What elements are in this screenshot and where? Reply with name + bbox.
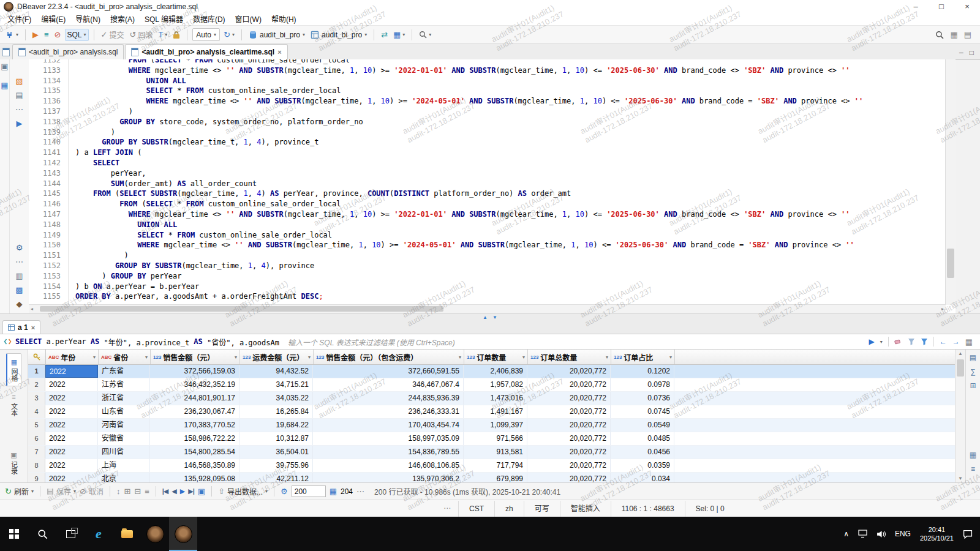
panels-button[interactable]: ▦ ▾ <box>391 29 407 40</box>
taskbar-search-button[interactable] <box>28 517 56 551</box>
row-number[interactable]: 6 <box>28 432 45 445</box>
table-row[interactable]: 82022上海146,568,350.8939,755.96146,608,10… <box>28 459 956 473</box>
grid-cell[interactable]: 2022 <box>45 446 98 459</box>
scroll-down-icon[interactable]: ▼ <box>956 476 965 481</box>
calc-panel-icon[interactable]: ∑ <box>970 367 976 376</box>
tray-clock[interactable]: 20:41 2025/10/21 <box>920 525 954 542</box>
apply-filter-icon[interactable]: ▶ <box>869 337 874 346</box>
scroll-right-icon[interactable]: ▸ <box>941 305 944 313</box>
history-forward-icon[interactable]: → <box>952 337 960 346</box>
menu-item[interactable]: SQL 编辑器 <box>140 13 188 26</box>
column-menu-icon[interactable]: ▾ <box>235 354 237 360</box>
grid-cell[interactable]: 上海 <box>98 459 150 472</box>
grid-cell[interactable]: 346,467,067.4 <box>313 378 464 391</box>
grid-cell[interactable]: 20,020,772 <box>527 392 611 405</box>
minimize-view-icon[interactable]: – <box>959 48 963 57</box>
grid-cell[interactable]: 20,020,772 <box>527 405 611 418</box>
new-connection-button[interactable]: ▾ <box>4 29 20 40</box>
delete-row-icon[interactable]: ⊟ <box>134 487 141 495</box>
grid-cell[interactable]: 236,246,333.31 <box>313 405 464 418</box>
fetch-settings-gear-icon[interactable]: ⚙ <box>281 487 288 495</box>
row-number[interactable]: 8 <box>28 459 45 472</box>
explain-plan-button[interactable]: ⊘ <box>53 29 63 40</box>
code-line[interactable]: GROUP BY SUBSTR(mgclear_time, 1, 4), pro… <box>69 261 946 271</box>
connection-selector[interactable]: audit_bi_pro ▾ <box>247 31 307 39</box>
grid-cell[interactable]: 19,684.22 <box>239 419 313 432</box>
menu-item[interactable]: 数据库(D) <box>188 13 230 26</box>
code-line[interactable]: SELECT <box>69 158 946 168</box>
value-panel-icon[interactable]: ▤ <box>970 353 976 362</box>
transaction-mode-button[interactable]: T ▾ <box>156 29 169 40</box>
grid-cell[interactable]: 2022 <box>45 473 98 482</box>
code-line[interactable]: SUM(order_amt) AS all_order_count <box>69 179 946 189</box>
menu-item[interactable]: 导航(N) <box>70 13 105 26</box>
menu-item[interactable]: 编辑(E) <box>36 13 70 26</box>
row-number[interactable]: 4 <box>28 405 45 418</box>
edit-filter-icon[interactable] <box>908 338 915 345</box>
column-menu-icon[interactable]: ▾ <box>669 354 672 360</box>
grid-cell[interactable]: 0.1202 <box>611 365 674 378</box>
execute-script-button[interactable]: ≡ <box>42 29 51 40</box>
grid-cell[interactable]: 971,566 <box>464 432 527 445</box>
nav-first-icon[interactable]: |◀ <box>162 487 168 495</box>
row-number[interactable]: 3 <box>28 392 45 405</box>
column-menu-icon[interactable]: ▾ <box>93 354 96 360</box>
more-icon[interactable]: ⋯ <box>15 257 23 266</box>
grid-cell[interactable]: 2022 <box>45 405 98 418</box>
code-line[interactable]: GROUP BY SUBSTR(mgclear_time_t, 1, 4), p… <box>69 137 946 148</box>
cancel-button[interactable]: ⊘ 取消 <box>80 486 104 497</box>
grid-cell[interactable]: 2,406,839 <box>464 365 527 378</box>
splitter-up-icon[interactable]: ▲ <box>483 315 488 321</box>
data-grid[interactable]: ABC年份▾ABC省份▾123销售金额（元）▾123运费金额（元）▾123销售金… <box>28 350 956 482</box>
maximize-button[interactable]: □ <box>929 0 954 13</box>
file-explorer-button[interactable] <box>113 517 141 551</box>
code-line[interactable]: WHERE mgclear_time <> '' AND SUBSTR(mgcl… <box>69 240 946 250</box>
grid-cell[interactable]: 0.0485 <box>611 432 674 445</box>
grid-cell[interactable]: 2022 <box>45 378 98 391</box>
table-row[interactable]: 62022安徽省158,986,722.2210,312.87158,997,0… <box>28 432 956 446</box>
grid-cell[interactable]: 154,836,789.55 <box>313 446 464 459</box>
fetch-all-icon[interactable]: ▣ <box>198 487 205 495</box>
menu-item[interactable]: 帮助(H) <box>266 13 301 26</box>
projects-icon[interactable]: ▧ <box>15 77 23 86</box>
table-row[interactable]: 12022广东省372,566,159.0394,432.52372,660,5… <box>28 365 956 378</box>
commit-button[interactable]: ✓ 提交 <box>99 28 126 41</box>
duplicate-row-icon[interactable]: ≡ <box>145 487 149 495</box>
code-line[interactable]: FROM (SELECT * FROM custom_online_sale_o… <box>69 199 946 209</box>
show-view-icon[interactable]: ▤ <box>964 31 971 39</box>
overflow-icon[interactable]: ⋯ <box>443 500 451 517</box>
menu-item[interactable]: 文件(F) <box>2 13 36 26</box>
console-icon[interactable]: ▥ <box>15 271 23 280</box>
grid-cell[interactable]: 372,566,159.03 <box>150 365 239 378</box>
presentation-text-tab[interactable]: ≡ 文本 <box>7 389 21 421</box>
scroll-up-icon[interactable]: ▲ <box>956 351 965 356</box>
settings-gear-icon[interactable]: ⚙ <box>16 243 23 252</box>
tab-close-icon[interactable]: × <box>277 48 281 56</box>
grid-cell[interactable]: 20,020,772 <box>527 459 611 472</box>
metadata-panel-icon[interactable]: ⊞ <box>970 381 976 390</box>
column-menu-icon[interactable]: ▾ <box>606 354 608 360</box>
close-button[interactable]: × <box>954 0 980 13</box>
grid-cell[interactable]: 江苏省 <box>98 378 150 391</box>
grid-cell[interactable]: 170,383,770.52 <box>150 419 239 432</box>
refresh-connection-button[interactable]: ↻ ▾ <box>222 29 236 40</box>
grid-cell[interactable]: 20,020,772 <box>527 365 611 378</box>
grid-cell[interactable]: 2022 <box>45 392 98 405</box>
result-tab[interactable]: a 1 × <box>2 320 40 334</box>
compare-button[interactable]: ⇄ <box>379 29 390 40</box>
table-row[interactable]: 42022山东省236,230,067.4716,265.84236,246,3… <box>28 405 956 419</box>
clipboard-icon[interactable]: ▤ <box>15 91 23 100</box>
grid-cell[interactable]: 913,581 <box>464 446 527 459</box>
language-indicator[interactable]: ENG <box>895 530 911 538</box>
editor-code[interactable]: FROM (SELECT * FROM custom_online_sale_o… <box>69 59 946 305</box>
grid-cell[interactable]: 山东省 <box>98 405 150 418</box>
grid-cell[interactable]: 94,432.52 <box>239 365 313 378</box>
grid-cell[interactable]: 2022 <box>45 365 98 378</box>
references-panel-icon[interactable]: ≡ <box>971 465 975 473</box>
grid-vscroll-thumb[interactable] <box>957 359 964 377</box>
tray-chevron-icon[interactable]: ∧ <box>843 530 849 538</box>
dbeaver-pinned-button[interactable] <box>141 517 169 551</box>
run-icon[interactable]: ▶ <box>17 119 23 128</box>
grid-cell[interactable]: 146,568,350.89 <box>150 459 239 472</box>
grid-cell[interactable]: 717,794 <box>464 459 527 472</box>
